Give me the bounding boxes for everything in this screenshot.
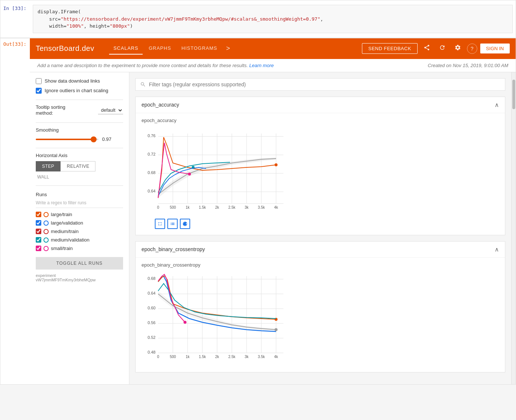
svg-point-62: [275, 328, 278, 331]
svg-text:0.68: 0.68: [148, 276, 156, 281]
ignore-outliers-row: Ignore outliers in chart scaling: [36, 88, 123, 94]
svg-text:1.5k: 1.5k: [199, 355, 206, 359]
data-table-button[interactable]: [167, 219, 178, 229]
charts-area: epoch_accuracy ∧ epoch_accuracy 0.76 0.7…: [129, 72, 511, 384]
chart-accuracy-subtitle: epoch_accuracy: [142, 118, 499, 123]
learn-more-link[interactable]: Learn more: [249, 63, 273, 68]
run-dot-large-validation: [43, 221, 49, 226]
chart-crossentropy-svg: 0.68 0.64 0.60 0.56 0.52 0.48: [142, 271, 285, 367]
chart-accuracy-icons: [142, 216, 499, 230]
experiment-id: vW7jmmMF9TmKmy3rbheMQpw: [36, 278, 123, 282]
run-checkbox-medium-train[interactable]: [36, 229, 41, 234]
run-label-small-train: small/train: [51, 246, 73, 251]
h-axis-label: Horizontal Axis: [36, 153, 123, 158]
help-icon-button[interactable]: ?: [467, 44, 477, 54]
filter-input[interactable]: [149, 81, 501, 87]
divider-1: [36, 100, 123, 100]
run-item-medium-validation: medium/validation: [36, 237, 123, 243]
chart-crossentropy-svg-container: 0.68 0.64 0.60 0.56 0.52 0.48: [142, 271, 499, 368]
svg-text:0: 0: [157, 205, 159, 209]
svg-text:3k: 3k: [245, 205, 249, 209]
svg-text:2.5k: 2.5k: [229, 355, 236, 359]
run-dot-large-train: [43, 212, 49, 217]
run-checkbox-medium-validation[interactable]: [36, 237, 41, 243]
chart-crossentropy-body: epoch_binary_crossentropy 0.68 0.64 0.60…: [136, 258, 505, 372]
expand-chart-button[interactable]: [155, 219, 165, 229]
nav-more-icon[interactable]: >: [223, 43, 233, 54]
svg-text:2.5k: 2.5k: [229, 205, 236, 209]
svg-text:4k: 4k: [274, 205, 279, 209]
info-bar: Add a name and description to the experi…: [30, 59, 516, 72]
step-button[interactable]: STEP: [36, 161, 60, 171]
svg-point-61: [184, 321, 186, 324]
jupyter-output: Out[33]: TensorBoard.dev SCALARS GRAPHS …: [0, 38, 516, 385]
toggle-all-runs-button[interactable]: TOGGLE ALL RUNS: [36, 257, 123, 270]
relative-button[interactable]: RELATIVE: [60, 161, 95, 171]
svg-text:500: 500: [170, 205, 176, 209]
h-axis-section: Horizontal Axis STEP RELATIVE WALL: [36, 153, 123, 180]
smoothing-slider[interactable]: [36, 139, 98, 140]
run-label-medium-train: medium/train: [51, 229, 79, 234]
run-item-large-train: large/train: [36, 212, 123, 217]
svg-text:4k: 4k: [274, 355, 279, 359]
show-download-checkbox[interactable]: [36, 78, 42, 84]
svg-text:0.72: 0.72: [148, 152, 156, 156]
chart-accuracy-collapse[interactable]: ∧: [495, 101, 499, 108]
code-line2: src="https://tensorboard.dev/experiment/…: [38, 16, 323, 22]
refresh-icon-button[interactable]: [436, 43, 449, 54]
experiment-label: experiment: [36, 273, 123, 278]
run-item-large-validation: large/validation: [36, 220, 123, 226]
smoothing-value: 0.97: [102, 136, 113, 142]
smoothing-label: Smoothing: [36, 127, 123, 133]
chart-epoch-accuracy: epoch_accuracy ∧ epoch_accuracy 0.76 0.7…: [135, 97, 505, 235]
nav-histograms[interactable]: HISTOGRAMS: [177, 42, 222, 55]
send-feedback-button[interactable]: SEND FEEDBACK: [362, 43, 417, 54]
run-label-large-validation: large/validation: [51, 220, 83, 226]
code-line3: width="100%", height="800px"): [38, 23, 133, 29]
chart-crossentropy-collapse[interactable]: ∧: [495, 246, 499, 253]
scrollbar-thumb[interactable]: [512, 80, 515, 109]
nav-scalars[interactable]: SCALARS: [109, 42, 143, 55]
svg-text:0: 0: [157, 355, 159, 359]
chart-crossentropy-subtitle: epoch_binary_crossentropy: [142, 262, 499, 268]
svg-text:1.5k: 1.5k: [199, 205, 206, 209]
svg-text:0.64: 0.64: [148, 291, 156, 295]
run-checkbox-large-validation[interactable]: [36, 220, 41, 226]
nav-graphs[interactable]: GRAPHS: [144, 42, 175, 55]
svg-text:3k: 3k: [245, 355, 249, 359]
svg-text:500: 500: [170, 355, 176, 359]
crosshair-button[interactable]: [180, 219, 190, 229]
tooltip-select[interactable]: default: [98, 106, 123, 114]
share-icon-button[interactable]: [421, 43, 433, 54]
scrollbar[interactable]: [511, 72, 516, 384]
tensorboard-header: TensorBoard.dev SCALARS GRAPHS HISTOGRAM…: [30, 38, 516, 59]
settings-icon-button[interactable]: [452, 43, 464, 54]
run-checkbox-small-train[interactable]: [36, 246, 41, 251]
sign-in-button[interactable]: SIGN IN: [480, 44, 510, 53]
divider-2: [36, 122, 123, 123]
ignore-outliers-label: Ignore outliers in chart scaling: [45, 88, 108, 93]
code-line1: display.IFrame(: [38, 9, 81, 14]
svg-text:3.5k: 3.5k: [258, 205, 265, 209]
svg-text:2k: 2k: [215, 205, 220, 209]
chart-crossentropy-header: epoch_binary_crossentropy ∧: [136, 242, 505, 258]
svg-point-29: [188, 173, 191, 176]
svg-text:0.68: 0.68: [148, 170, 156, 175]
runs-title: Runs: [36, 192, 123, 197]
run-dot-medium-train: [43, 229, 49, 234]
chart-accuracy-title: epoch_accuracy: [142, 102, 179, 108]
run-dot-medium-validation: [43, 237, 49, 243]
jupyter-out-label: Out[33]:: [0, 38, 30, 50]
svg-text:0.48: 0.48: [148, 350, 156, 354]
wall-label: WALL: [37, 174, 123, 180]
header-actions: SEND FEEDBACK ? SIGN IN: [362, 43, 510, 54]
display-options: Show data download links Ignore outliers…: [36, 78, 123, 94]
svg-text:1k: 1k: [186, 205, 190, 209]
chart-binary-crossentropy: epoch_binary_crossentropy ∧ epoch_binary…: [135, 241, 505, 372]
run-checkbox-large-train[interactable]: [36, 212, 41, 217]
tooltip-section: Tooltip sortingmethod: default: [36, 104, 123, 117]
show-download-row: Show data download links: [36, 78, 123, 84]
ignore-outliers-checkbox[interactable]: [36, 88, 42, 94]
svg-text:2k: 2k: [215, 355, 220, 359]
tooltip-sorting-row: Tooltip sortingmethod: default: [36, 104, 123, 117]
